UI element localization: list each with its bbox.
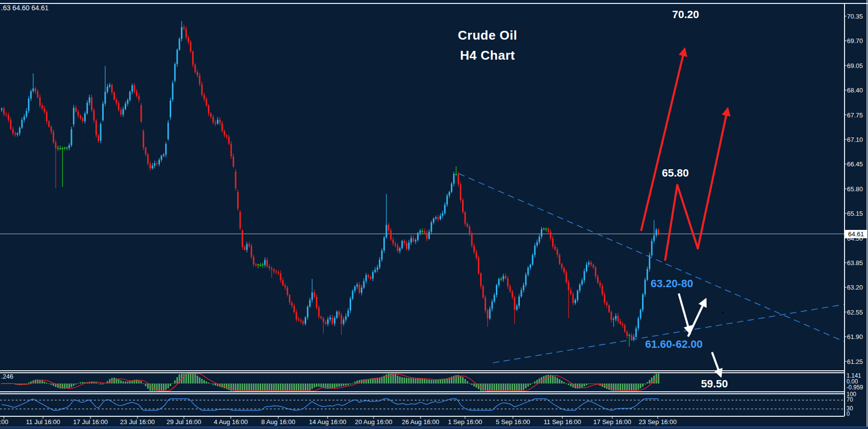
white-projection-arrow [679, 294, 690, 333]
time-tick-label: 23 Sep 16:00 [639, 418, 676, 426]
oscillator-panel-plot[interactable] [1, 374, 659, 391]
rsi-panel-bottom-border [0, 416, 844, 417]
chart-title-timeframe: H4 Chart [460, 48, 515, 63]
price-tick-label: 61.25 [847, 358, 863, 365]
projection-arrow-layer[interactable] [641, 49, 728, 376]
price-tick-label: 70.35 [847, 13, 863, 20]
price-tick-label: 65.80 [847, 185, 863, 192]
price-tick-label: 69.05 [847, 62, 863, 69]
time-tick-label: 5 Sep 16:00 [496, 418, 530, 426]
price-tick-label: 66.45 [847, 160, 863, 168]
red-projection-arrow [641, 49, 685, 231]
trendline-layer[interactable] [459, 174, 844, 363]
time-tick-label: 4 Aug 16:00 [214, 418, 247, 426]
time-tick-label: 1 Sep 16:00 [448, 418, 482, 426]
time-tick-label: 11 Sep 16:00 [544, 418, 581, 426]
chart-canvas[interactable] [0, 0, 868, 429]
time-tick-label: 20 Aug 16:00 [355, 418, 393, 426]
bottom-window-strip [0, 427, 868, 429]
rsi-panel-top-border [0, 393, 844, 394]
ohlc-quote-readout: .63 64.60 64.61 [1, 4, 48, 12]
price-tick-label: 62.55 [847, 308, 863, 316]
top-border [0, 3, 868, 4]
time-tick-label: 8 Aug 16:00 [261, 418, 295, 426]
oscillator-scale-min: -0.959 [846, 384, 863, 391]
price-tick-label: 67.10 [847, 136, 863, 143]
annotation-70-20: 70.20 [672, 8, 699, 21]
time-tick-label: 23 Jul 16:00 [120, 418, 155, 426]
time-tick-label: 14 Aug 16:00 [309, 418, 347, 426]
rsi-scale-0: 0 [846, 410, 850, 417]
candlestick-layer[interactable] [1, 21, 659, 346]
time-tick-label: :00 [0, 418, 8, 426]
price-axis-border [844, 3, 845, 416]
main-panel-bottom-border [0, 370, 844, 371]
annotation-59-50: 59.50 [701, 378, 728, 390]
annotation-65-80: 65.80 [662, 167, 689, 180]
price-tick-label: 64.50 [847, 234, 863, 242]
rsi-scale-70: 70 [846, 396, 853, 403]
oscillator-panel-top-border [0, 372, 844, 373]
price-tick-label: 67.75 [847, 111, 863, 118]
annotation-61-60-62-00: 61.60-62.00 [645, 338, 702, 351]
price-tick-label: 61.90 [847, 333, 863, 340]
rsi-panel-plot[interactable] [0, 399, 844, 410]
price-tick-label: 69.70 [847, 37, 863, 45]
white-projection-arrow [688, 299, 706, 337]
time-tick-label: 29 Jul 16:00 [167, 418, 201, 426]
axis-tick-layer [4, 16, 846, 419]
price-tick-label: 63.20 [847, 284, 863, 291]
time-tick-label: 11 Jul 16:00 [26, 418, 60, 426]
time-tick-label: 17 Jul 16:00 [73, 418, 108, 426]
price-tick-label: 68.40 [847, 87, 863, 94]
oscillator-current-value: .246 [1, 373, 13, 380]
time-tick-label: 17 Sep 16:00 [593, 418, 631, 426]
time-tick-label: 26 Aug 16:00 [402, 418, 440, 426]
chart-title-symbol: Crude Oil [458, 28, 517, 43]
mt4-chart-window: .63 64.60 64.61 Crude Oil H4 Chart 64.61… [0, 0, 868, 429]
price-tick-label: 65.15 [847, 210, 863, 217]
price-tick-label: 63.85 [847, 259, 863, 267]
red-projection-arrow [665, 109, 728, 261]
right-window-edge [867, 0, 868, 429]
oscillator-panel-bottom-border [0, 391, 844, 392]
artifact-dot [722, 312, 724, 314]
annotation-63-20-80: 63.20-80 [651, 277, 693, 290]
